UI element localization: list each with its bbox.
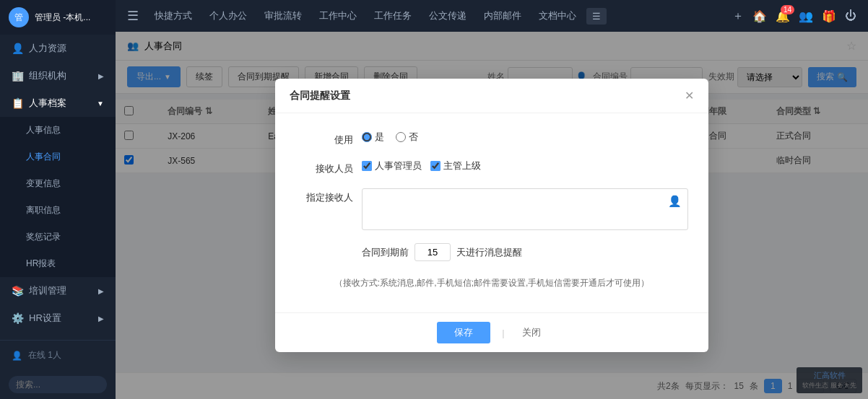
sidebar-sub-label: 奖惩记录 [26,231,61,243]
modal-close-button[interactable]: 关闭 [516,322,547,343]
days-input[interactable] [415,243,451,261]
users-btn[interactable]: 👥 [799,9,813,23]
file-icon: 📋 [12,97,23,109]
sidebar-search-area [0,370,116,399]
sidebar-sub-label: 人事合同 [26,151,61,163]
sidebar-item-resign-info[interactable]: 离职信息 [0,197,116,224]
use-no-label: 否 [409,131,418,144]
topbar-actions: ＋ 🏠 🔔 14 👥 🎁 ⏻ [732,9,856,24]
sidebar-sub-label: 离职信息 [26,204,61,216]
modal-title: 合同提醒设置 [290,89,350,102]
use-yes-input[interactable] [362,132,372,142]
sidebar-item-label: 组织机构 [29,69,66,82]
topbar-nav-tasks[interactable]: 工作任务 [367,5,419,27]
hr-icon: 👤 [12,43,23,54]
hr-manager-checkbox[interactable]: 人事管理员 [362,159,422,172]
modal-save-button[interactable]: 保存 [437,322,490,343]
form-row-receiver: 接收人员 人事管理员 主管上级 [295,159,688,175]
sidebar-item-label: 人力资源 [29,42,66,55]
use-content: 是 否 [362,131,688,144]
power-btn[interactable]: ⏻ [845,9,856,22]
modal-header: 合同提醒设置 ✕ [275,79,708,113]
chevron-right-icon: ▶ [98,287,104,295]
receiver-content: 人事管理员 主管上级 [362,159,688,172]
days-prefix: 合同到期前 [362,246,409,259]
divider: | [502,328,504,338]
designated-label: 指定接收人 [295,188,353,204]
contract-reminder-modal: 合同提醒设置 ✕ 使用 是 [275,79,708,352]
days-suffix: 天进行消息提醒 [456,246,522,259]
hr-manager-input[interactable] [362,161,372,171]
menu-icon[interactable]: ☰ [127,8,139,24]
receiver-label: 接收人员 [295,159,353,175]
use-radio-group: 是 否 [362,131,418,144]
topbar-nav-shortcuts[interactable]: 快捷方式 [147,5,199,27]
sidebar-item-label: 培训管理 [29,284,66,297]
notification-btn[interactable]: 🔔 14 [776,9,790,23]
user-select-icon[interactable]: 👤 [668,195,682,208]
topbar-nav-mail[interactable]: 内部邮件 [477,5,529,27]
sidebar-sub-label: 人事信息 [26,124,61,136]
settings-icon: ⚙️ [12,312,23,324]
topbar: ☰ 快捷方式 个人办公 审批流转 工作中心 工作任务 公文传递 内部邮件 文档中… [116,0,868,32]
sidebar: 管 管理员 -本机... 👤 人力资源 🏢 组织机构 ▶ 📋 人事档案 ▼ 人事… [0,0,116,399]
sidebar-sub-label: 变更信息 [26,177,61,190]
direct-superior-input[interactable] [430,161,440,171]
sidebar-item-award-record[interactable]: 奖惩记录 [0,224,116,250]
sidebar-sub-label: HR报表 [26,258,56,270]
sidebar-item-training[interactable]: 📚 培训管理 ▶ [0,277,116,304]
direct-superior-label: 主管上级 [443,159,481,172]
sidebar-item-personnel-info[interactable]: 人事信息 [0,117,116,144]
sidebar-header: 管 管理员 -本机... [0,0,116,35]
add-btn[interactable]: ＋ [732,9,744,24]
hr-manager-label: 人事管理员 [375,159,422,172]
use-label: 使用 [295,131,353,146]
days-form-label [295,243,353,246]
sidebar-item-hr-settings[interactable]: ⚙️ HR设置 ▶ [0,304,116,332]
sidebar-item-hr[interactable]: 👤 人力资源 [0,35,116,62]
online-status: 在线 1人 [28,349,61,361]
sidebar-nav: 👤 人力资源 🏢 组织机构 ▶ 📋 人事档案 ▼ 人事信息 人事合同 变更信息 [0,35,116,340]
use-yes-radio[interactable]: 是 [362,131,384,144]
sidebar-item-org[interactable]: 🏢 组织机构 ▶ [0,62,116,89]
sidebar-search-input[interactable] [9,376,107,393]
online-icon: 👤 [12,351,22,361]
use-yes-label: 是 [375,131,384,144]
form-row-designated: 指定接收人 👤 [295,188,688,230]
modal-close-x-button[interactable]: ✕ [685,89,694,102]
sidebar-footer: 👤 在线 1人 [0,340,116,370]
sidebar-item-label: HR设置 [29,312,61,325]
designated-content: 👤 [362,188,688,230]
topbar-nav-work-center[interactable]: 工作中心 [312,5,364,27]
org-icon: 🏢 [12,70,23,82]
designated-input-area[interactable]: 👤 [362,188,688,230]
form-row-days: 合同到期前 天进行消息提醒 [295,243,688,261]
topbar-nav-doc-center[interactable]: 文档中心 [531,5,583,27]
sidebar-item-label: 人事档案 [29,97,66,110]
use-no-input[interactable] [396,132,406,142]
sidebar-item-change-info[interactable]: 变更信息 [0,170,116,197]
chevron-right-icon: ▶ [98,72,104,80]
modal-footer: 保存 | 关闭 [275,312,708,352]
form-row-use: 使用 是 否 [295,131,688,146]
topbar-more-icon[interactable]: ☰ [586,8,607,25]
use-no-radio[interactable]: 否 [396,131,418,144]
direct-superior-checkbox[interactable]: 主管上级 [430,159,481,172]
days-row: 合同到期前 天进行消息提醒 [362,243,522,261]
user-avatar: 管 [9,7,29,27]
topbar-nav-personal[interactable]: 个人办公 [202,5,254,27]
topbar-nav-approval[interactable]: 审批流转 [257,5,309,27]
sidebar-item-personnel-contract[interactable]: 人事合同 [0,144,116,170]
home-btn[interactable]: 🏠 [752,9,767,23]
gift-btn[interactable]: 🎁 [822,9,836,23]
chevron-down-icon: ▼ [97,100,104,108]
modal-body: 使用 是 否 [275,113,708,312]
training-icon: 📚 [12,285,23,297]
main-wrapper: ☰ 快捷方式 个人办公 审批流转 工作中心 工作任务 公文传递 内部邮件 文档中… [116,0,868,399]
receiver-checkbox-group: 人事管理员 主管上级 [362,159,481,172]
sidebar-item-hr-report[interactable]: HR报表 [0,250,116,277]
chevron-right-icon: ▶ [98,315,104,323]
sidebar-item-personnel-file[interactable]: 📋 人事档案 ▼ [0,89,116,117]
sidebar-username: 管理员 -本机... [35,12,90,24]
topbar-nav-doc-transfer[interactable]: 公文传递 [422,5,474,27]
